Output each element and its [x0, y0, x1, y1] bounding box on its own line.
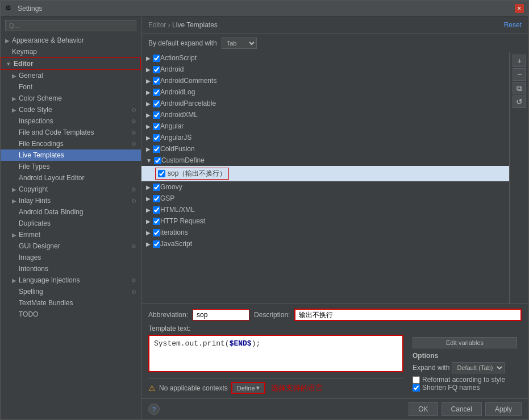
sidebar-item-code-style[interactable]: ▶ Code Style ⚙ [1, 104, 141, 115]
description-input[interactable] [294, 309, 522, 321]
group-checkbox-htmlxml[interactable] [153, 206, 160, 214]
group-label: Android [160, 65, 184, 73]
sidebar-item-textmate-bundles[interactable]: TextMate Bundles [1, 297, 141, 309]
group-checkbox-angular[interactable] [153, 123, 160, 130]
main-header: Editor › Live Templates Reset [141, 16, 528, 34]
sidebar-item-live-templates[interactable]: Live Templates [1, 149, 141, 161]
expand-select[interactable]: Tab Enter Space [222, 38, 257, 49]
reset-link[interactable]: Reset [504, 21, 522, 29]
sidebar-item-emmet[interactable]: ▶ Emmet [1, 229, 141, 240]
sidebar-item-file-types[interactable]: File Types [1, 161, 141, 172]
group-checkbox-actionscript[interactable] [153, 55, 160, 62]
define-button[interactable]: Define ▾ [231, 382, 265, 394]
group-checkbox-httprequest[interactable] [153, 218, 160, 225]
group-angular[interactable]: ▶ Angular [141, 120, 509, 132]
group-checkbox-groovy[interactable] [153, 184, 160, 191]
group-coldfusion[interactable]: ▶ ColdFusion [141, 143, 509, 155]
group-customdefine[interactable]: ▼ CustomDefine [141, 155, 509, 166]
context-row: ⚠ No applicable contexts Define ▾ 选择支持的语… [148, 378, 403, 394]
template-code-box[interactable]: System.out.print($END$); [148, 335, 403, 372]
sidebar-item-keymap[interactable]: Keymap [1, 46, 141, 57]
group-checkbox-gsp[interactable] [153, 195, 160, 202]
group-checkbox-androidlog[interactable] [153, 89, 160, 96]
sidebar-item-label: Android Data Binding [19, 208, 83, 216]
group-androidparcelable[interactable]: ▶ AndroidParcelable [141, 98, 509, 109]
group-checkbox-angularjs[interactable] [153, 134, 160, 142]
restore-template-button[interactable]: ↺ [513, 95, 526, 108]
group-checkbox-androidxml[interactable] [153, 111, 160, 119]
expand-toolbar: By default expand with Tab Enter Space [141, 34, 528, 52]
sidebar-item-inspections[interactable]: Inspections ⚙ [1, 115, 141, 127]
sidebar-item-label: TODO [19, 310, 38, 318]
sidebar-item-intentions[interactable]: Intentions [1, 263, 141, 275]
sidebar-item-label: Intentions [19, 265, 48, 273]
sidebar-item-android-layout-editor[interactable]: Android Layout Editor [1, 172, 141, 184]
search-input[interactable] [5, 20, 136, 31]
sidebar-item-duplicates[interactable]: Duplicates [1, 218, 141, 229]
sidebar-item-inlay-hints[interactable]: ▶ Inlay Hints ⚙ [1, 195, 141, 206]
abbreviation-input[interactable] [193, 309, 249, 321]
expand-arrow-icon: ▶ [146, 184, 151, 190]
sidebar-item-label: Live Templates [19, 151, 64, 159]
group-checkbox-androidparcelable[interactable] [153, 100, 160, 107]
ok-button[interactable]: OK [409, 402, 438, 416]
add-template-button[interactable]: + [513, 55, 526, 67]
help-button[interactable]: ? [148, 404, 160, 415]
sidebar-item-color-scheme[interactable]: ▶ Color Scheme [1, 93, 141, 104]
sidebar-item-gui-designer[interactable]: GUI Designer ⚙ [1, 240, 141, 252]
expand-with-select[interactable]: Default (Tab) Tab Enter [452, 362, 505, 373]
sidebar-item-todo[interactable]: TODO [1, 309, 141, 320]
group-checkbox-android[interactable] [153, 66, 160, 73]
abbreviation-label: Abbreviation: [148, 311, 188, 319]
sidebar-item-general[interactable]: ▶ General [1, 70, 141, 81]
titlebar: ⚙ Settings ✕ [1, 1, 528, 16]
group-actionscript[interactable]: ▶ ActionScript [141, 52, 509, 64]
abbr-desc-row: Abbreviation: Description: [148, 309, 522, 321]
sidebar-item-android-data-binding[interactable]: Android Data Binding [1, 206, 141, 218]
group-checkbox-customdefine[interactable] [154, 157, 161, 164]
copy-template-button[interactable]: ⧉ [513, 82, 526, 94]
group-androidlog[interactable]: ▶ AndroidLog [141, 86, 509, 98]
group-javascript[interactable]: ▶ JavaScript [141, 238, 509, 249]
shorten-fq-checkbox[interactable] [413, 384, 420, 392]
titlebar-controls: ✕ [515, 4, 524, 13]
sidebar-item-editor[interactable]: ▼ Editor [1, 57, 141, 70]
group-checkbox-javascript[interactable] [153, 240, 160, 248]
reformat-checkbox[interactable] [413, 376, 420, 384]
group-iterations[interactable]: ▶ iterations [141, 227, 509, 238]
template-item-sop[interactable]: sop（输出不换行） [141, 166, 509, 181]
sidebar-item-spelling[interactable]: Spelling ⚙ [1, 286, 141, 297]
group-android[interactable]: ▶ Android [141, 64, 509, 75]
group-checkbox-androidcomments[interactable] [153, 77, 160, 85]
group-httprequest[interactable]: ▶ HTTP Request [141, 215, 509, 227]
group-androidcomments[interactable]: ▶ AndroidComments [141, 75, 509, 86]
breadcrumb: Editor › Live Templates [148, 21, 218, 29]
apply-button[interactable]: Apply [485, 402, 522, 416]
sidebar-item-copyright[interactable]: ▶ Copyright ⚙ [1, 184, 141, 195]
collapse-arrow-icon: ▶ [12, 277, 16, 284]
group-groovy[interactable]: ▶ Groovy [141, 181, 509, 193]
sidebar-item-file-encodings[interactable]: File Encodings ⚙ [1, 138, 141, 149]
template-sop-label: sop（输出不换行） [168, 169, 226, 178]
group-androidxml[interactable]: ▶ AndroidXML [141, 109, 509, 120]
sidebar-item-images[interactable]: Images [1, 252, 141, 263]
sidebar-item-language-injections[interactable]: ▶ Language Injections ⚙ [1, 275, 141, 286]
expand-with-row: Expand with Default (Tab) Tab Enter [413, 362, 517, 373]
breadcrumb-current: Live Templates [172, 21, 218, 29]
close-button[interactable]: ✕ [515, 4, 524, 13]
sidebar-item-file-code-templates[interactable]: File and Code Templates ⚙ [1, 127, 141, 138]
footer-bar: ? OK Cancel Apply [141, 398, 528, 419]
group-checkbox-coldfusion[interactable] [153, 145, 160, 153]
group-htmlxml[interactable]: ▶ HTML/XML [141, 204, 509, 215]
group-angularjs[interactable]: ▶ AngularJS [141, 132, 509, 143]
template-code-text: System.out.print($END$); [154, 339, 260, 348]
group-checkbox-iterations[interactable] [153, 229, 160, 236]
group-gsp[interactable]: ▶ GSP [141, 193, 509, 204]
remove-template-button[interactable]: − [513, 68, 526, 81]
cancel-button[interactable]: Cancel [441, 402, 482, 416]
collapse-arrow-icon: ▶ [12, 107, 16, 113]
sidebar-item-font[interactable]: Font [1, 81, 141, 93]
edit-variables-button[interactable]: Edit variables [413, 337, 517, 348]
sidebar-item-appearance[interactable]: ▶ Appearance & Behavior [1, 35, 141, 46]
template-checkbox-sop[interactable] [158, 170, 165, 177]
